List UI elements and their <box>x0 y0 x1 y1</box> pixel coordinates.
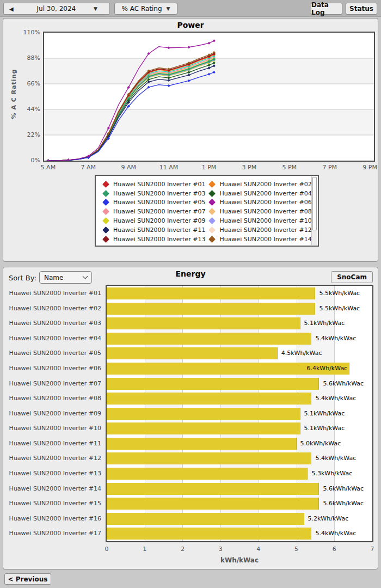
energy-bar[interactable] <box>107 393 311 405</box>
legend-marker-icon <box>102 199 109 206</box>
energy-row-label: Huawei SUN2000 Inverter #10 <box>3 421 101 436</box>
legend-marker-icon <box>209 236 216 243</box>
energy-row-label: Huawei SUN2000 Inverter #03 <box>3 316 101 331</box>
energy-row-label: Huawei SUN2000 Inverter #14 <box>3 481 101 497</box>
legend-item[interactable]: Huawei SUN2000 Inverter #07 <box>102 207 205 216</box>
legend-item[interactable]: Huawei SUN2000 Inverter #12 <box>208 225 311 235</box>
power-chart-title: Power <box>3 21 378 29</box>
previous-day-icon[interactable]: ◀ <box>4 6 19 12</box>
energy-bar-row: 5.2kWh/kWac <box>107 511 372 526</box>
power-y-tick: 88% <box>15 54 40 62</box>
energy-bar[interactable] <box>107 438 297 450</box>
legend-item[interactable]: Huawei SUN2000 Inverter #05 <box>102 198 205 207</box>
legend-item[interactable]: Huawei SUN2000 Inverter #04 <box>208 189 311 198</box>
energy-bar[interactable] <box>107 468 308 480</box>
legend-label: Huawei SUN2000 Inverter #08 <box>219 208 311 215</box>
energy-bar-value: 5.4kWh/kWac <box>315 528 356 540</box>
energy-bar-value: 5.6kWh/kWac <box>323 378 364 390</box>
legend-label: Huawei SUN2000 Inverter #03 <box>113 190 205 197</box>
energy-bar-row: 5.0kWh/kWac <box>107 436 372 451</box>
power-x-tick: 3 PM <box>234 164 265 171</box>
energy-bar[interactable] <box>107 498 319 510</box>
legend-label: Huawei SUN2000 Inverter #05 <box>113 199 205 206</box>
power-data-point <box>127 86 130 89</box>
energy-x-tick: 1 <box>137 546 153 553</box>
date-selector[interactable]: ◀ Jul 30, 2024 ▼ <box>3 3 110 15</box>
energy-bar[interactable] <box>107 317 300 329</box>
legend-label: Huawei SUN2000 Inverter #10 <box>219 217 311 224</box>
legend-item[interactable]: Huawei SUN2000 Inverter #14 <box>208 235 311 244</box>
energy-bar[interactable] <box>107 303 315 315</box>
metric-label: % AC Rating <box>121 5 162 13</box>
metric-caret-icon[interactable]: ▼ <box>167 6 170 11</box>
energy-row-label: Huawei SUN2000 Inverter #17 <box>3 526 101 541</box>
energy-x-tick: 5 <box>288 546 305 553</box>
energy-row-label: Huawei SUN2000 Inverter #08 <box>3 391 101 406</box>
power-y-tick: 66% <box>15 80 40 87</box>
legend-item[interactable]: Huawei SUN2000 Inverter #10 <box>208 216 311 225</box>
energy-bar[interactable] <box>107 378 319 390</box>
legend-marker-icon <box>209 208 216 215</box>
legend-marker-icon <box>209 199 216 206</box>
energy-bar[interactable] <box>107 422 300 434</box>
energy-bar-value: 5.3kWh/kWac <box>311 468 352 480</box>
legend-label: Huawei SUN2000 Inverter #12 <box>219 226 311 234</box>
power-x-tick: 11 AM <box>153 164 184 171</box>
energy-bar[interactable] <box>107 347 278 359</box>
energy-bar[interactable] <box>107 287 315 299</box>
metric-selector[interactable]: % AC Rating ▼ <box>114 3 177 15</box>
legend-item[interactable]: Huawei SUN2000 Inverter #02 <box>208 180 311 189</box>
legend-marker-icon <box>209 226 216 234</box>
status-button[interactable]: Status <box>346 3 377 15</box>
energy-bar-row: 5.4kWh/kWac <box>107 391 372 406</box>
energy-row-label: Huawei SUN2000 Inverter #13 <box>3 466 101 481</box>
energy-bar[interactable] <box>107 333 311 345</box>
legend-marker-icon <box>209 181 216 188</box>
legend-item[interactable]: Huawei SUN2000 Inverter #13 <box>102 235 205 244</box>
power-x-tick: 5 AM <box>33 164 63 171</box>
legend-marker-icon <box>102 181 109 188</box>
energy-bar-value: 5.4kWh/kWac <box>315 393 356 405</box>
legend-item[interactable]: Huawei SUN2000 Inverter #06 <box>208 198 311 207</box>
legend-scrollbar[interactable] <box>311 176 317 245</box>
previous-page-button[interactable]: < Previous <box>4 573 51 585</box>
legend-item[interactable]: Huawei SUN2000 Inverter #01 <box>102 180 205 189</box>
legend-label: Huawei SUN2000 Inverter #04 <box>219 190 311 197</box>
legend-marker-icon <box>102 217 109 224</box>
energy-row-label: Huawei SUN2000 Inverter #16 <box>3 511 101 526</box>
energy-row-label: Huawei SUN2000 Inverter #09 <box>3 406 101 421</box>
power-data-point <box>207 42 210 45</box>
energy-bar-row: 5.3kWh/kWac <box>107 466 372 481</box>
energy-bar-row: 5.1kWh/kWac <box>107 421 372 436</box>
legend-label: Huawei SUN2000 Inverter #11 <box>113 226 205 234</box>
energy-x-tick: 3 <box>212 546 229 553</box>
legend-label: Huawei SUN2000 Inverter #01 <box>113 181 205 188</box>
energy-bar[interactable] <box>107 513 304 525</box>
legend-item[interactable]: Huawei SUN2000 Inverter #11 <box>102 225 205 235</box>
energy-bar-value: 5.5kWh/kWac <box>319 303 360 315</box>
date-caret-icon[interactable]: ▼ <box>94 6 97 11</box>
energy-bar-row: 5.4kWh/kWac <box>107 526 372 541</box>
legend-scrollbar-thumb[interactable] <box>312 177 317 230</box>
energy-bar-row: 5.6kWh/kWac <box>107 496 372 511</box>
energy-bar-value: 5.6kWh/kWac <box>323 498 364 510</box>
legend-item[interactable]: Huawei SUN2000 Inverter #08 <box>208 207 311 216</box>
legend-item[interactable]: Huawei SUN2000 Inverter #03 <box>102 189 205 198</box>
legend-item[interactable]: Huawei SUN2000 Inverter #09 <box>102 216 205 225</box>
power-plot-area <box>43 32 375 162</box>
data-log-button[interactable]: Data Log <box>311 3 342 15</box>
energy-row-label: Huawei SUN2000 Inverter #04 <box>3 331 101 346</box>
energy-bar[interactable] <box>107 483 319 495</box>
legend-label: Huawei SUN2000 Inverter #07 <box>113 208 205 215</box>
legend-marker-icon <box>102 190 109 197</box>
energy-bar[interactable] <box>107 528 311 540</box>
date-label: Jul 30, 2024 <box>19 5 94 13</box>
energy-row-label: Huawei SUN2000 Inverter #06 <box>3 361 101 376</box>
energy-bar[interactable] <box>107 452 311 464</box>
snocam-button[interactable]: SnoCam <box>331 271 373 283</box>
power-data-point <box>187 46 190 48</box>
energy-bar[interactable] <box>107 408 300 420</box>
power-line-chart-svg <box>44 33 374 161</box>
energy-panel: Sort By: Name Energy SnoCam 5.5kWh/kWac5… <box>3 267 378 569</box>
top-toolbar: ◀ Jul 30, 2024 ▼ % AC Rating ▼ Data Log … <box>0 0 381 17</box>
